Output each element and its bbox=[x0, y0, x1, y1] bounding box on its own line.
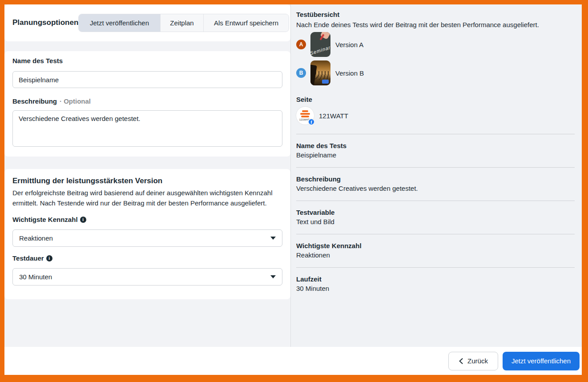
publish-mode-tabs: Jetzt veröffentlichen Zeitplan Als Entwu… bbox=[78, 14, 289, 32]
test-duration-selected-value: 30 Minuten bbox=[19, 273, 52, 281]
version-b-row: B Version B bbox=[296, 60, 575, 85]
page-avatar: 121WATT f bbox=[296, 107, 314, 125]
facebook-icon: f bbox=[308, 118, 315, 125]
key-metric-label-row: Wichtigste Kennzahl i bbox=[12, 216, 282, 223]
summary-row-test-name: Name des Tests Beispielname bbox=[296, 134, 575, 167]
test-name-input[interactable] bbox=[12, 71, 282, 88]
planning-options-card: Planungsoptionen Jetzt veröffentlichen Z… bbox=[4, 4, 290, 41]
test-duration-select[interactable]: 30 Minuten bbox=[12, 268, 282, 285]
page-section-title: Seite bbox=[296, 96, 575, 103]
footer-bar: Zurück Jetzt veröffentlichen bbox=[4, 347, 582, 375]
winner-section-title: Ermittlung der leistungsstärksten Versio… bbox=[12, 177, 282, 185]
back-button[interactable]: Zurück bbox=[448, 352, 498, 370]
summary-row-key-metric: Wichtigste Kennzahl Reaktionen bbox=[296, 234, 575, 267]
winner-determination-card: Ermittlung der leistungsstärksten Versio… bbox=[4, 169, 290, 299]
description-textarea[interactable]: Verschiedene Creatives werden getestet. bbox=[12, 110, 282, 147]
summary-row-label: Name des Tests bbox=[296, 142, 575, 149]
summary-row-value: 30 Minuten bbox=[296, 285, 575, 292]
test-summary-panel: Testübersicht Nach Ende deines Tests wir… bbox=[290, 4, 582, 347]
summary-rows: Name des Tests Beispielname Beschreibung… bbox=[296, 134, 575, 301]
summary-row-value: Beispielname bbox=[296, 151, 575, 159]
version-b-thumbnail bbox=[310, 60, 330, 85]
key-metric-select[interactable]: Reaktionen bbox=[12, 229, 282, 247]
screen-illustration bbox=[322, 80, 329, 84]
left-column: Planungsoptionen Jetzt veröffentlichen Z… bbox=[4, 4, 290, 347]
tab-publish-now[interactable]: Jetzt veröffentlichen bbox=[79, 14, 160, 32]
summary-row-description: Beschreibung Verschiedene Creatives werd… bbox=[296, 167, 575, 201]
description-label: Beschreibung· Optional bbox=[12, 97, 282, 105]
version-b-badge: B bbox=[296, 68, 306, 78]
summary-row-label: Beschreibung bbox=[296, 175, 575, 183]
back-button-label: Zurück bbox=[467, 357, 488, 365]
chevron-down-icon bbox=[270, 237, 276, 240]
publish-now-button[interactable]: Jetzt veröffentlichen bbox=[503, 352, 580, 370]
logo-bar bbox=[301, 116, 309, 117]
summary-row-test-variable: Testvariable Text und Bild bbox=[296, 201, 575, 234]
version-a-label: Version A bbox=[335, 41, 363, 48]
planning-options-label: Planungsoptionen bbox=[12, 18, 79, 27]
logo-bar bbox=[300, 113, 310, 115]
description-optional-hint: · Optional bbox=[60, 97, 91, 105]
summary-row-duration: Laufzeit 30 Minuten bbox=[296, 267, 575, 301]
winner-section-description: Der erfolgreichste Beitrag wird basieren… bbox=[12, 188, 273, 208]
test-duration-label: Testdauer bbox=[12, 254, 44, 262]
summary-row-value: Text und Bild bbox=[296, 218, 575, 225]
chevron-down-icon bbox=[270, 275, 276, 278]
page-name: 121WATT bbox=[319, 112, 348, 120]
version-a-thumbnail: Seminar bbox=[310, 32, 330, 57]
chalkboard-text: Seminar bbox=[310, 44, 330, 56]
chevron-left-icon bbox=[459, 358, 463, 364]
test-name-label: Name des Tests bbox=[12, 57, 282, 64]
main-body: Planungsoptionen Jetzt veröffentlichen Z… bbox=[4, 4, 582, 347]
ab-test-review-screen: Planungsoptionen Jetzt veröffentlichen Z… bbox=[0, 0, 588, 382]
page-row: 121WATT f 121WATT bbox=[296, 107, 575, 125]
summary-row-label: Testvariable bbox=[296, 209, 575, 216]
description-label-text: Beschreibung bbox=[12, 97, 57, 105]
summary-row-label: Laufzeit bbox=[296, 275, 575, 283]
summary-subtitle: Nach Ende deines Tests wird der Beitrag … bbox=[296, 21, 575, 28]
summary-row-value: Reaktionen bbox=[296, 251, 575, 259]
tab-schedule[interactable]: Zeitplan bbox=[160, 14, 203, 32]
test-details-card: Name des Tests Beschreibung· Optional Ve… bbox=[4, 51, 290, 157]
version-a-badge: A bbox=[296, 40, 306, 49]
summary-title: Testübersicht bbox=[296, 11, 575, 18]
summary-row-value: Verschiedene Creatives werden getestet. bbox=[296, 185, 575, 192]
info-icon[interactable]: i bbox=[46, 255, 52, 261]
logo-bar bbox=[302, 110, 308, 112]
version-a-row: A Seminar Version A bbox=[296, 32, 575, 57]
key-metric-selected-value: Reaktionen bbox=[19, 234, 53, 242]
duration-label-row: Testdauer i bbox=[12, 254, 282, 262]
tab-save-draft[interactable]: Als Entwurf speichern bbox=[203, 14, 289, 32]
version-b-label: Version B bbox=[335, 69, 364, 77]
summary-row-label: Wichtigste Kennzahl bbox=[296, 242, 575, 249]
key-metric-label: Wichtigste Kennzahl bbox=[12, 216, 78, 223]
info-icon[interactable]: i bbox=[80, 217, 86, 223]
